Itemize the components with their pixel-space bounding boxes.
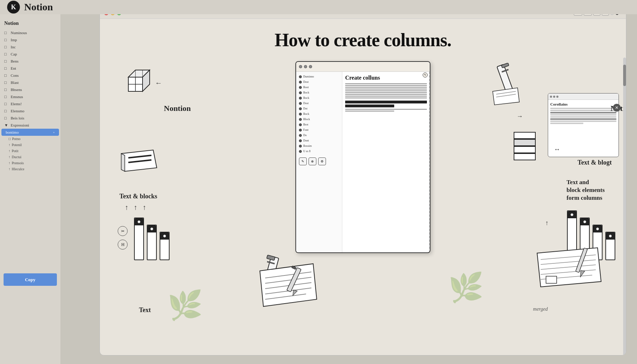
- content-line-thick-1: [345, 101, 427, 103]
- sb-line-1: [550, 108, 616, 109]
- content-line-4: [345, 89, 427, 90]
- sidebar-item-imp[interactable]: □ Imp: [0, 36, 60, 43]
- sidebar-item-blast[interactable]: □ Blast: [0, 79, 60, 86]
- sb-dot-1: [550, 96, 552, 98]
- content-line-2: [345, 85, 427, 86]
- content-line-10: [345, 109, 427, 110]
- browser-bottom-icon-3[interactable]: ⚙: [318, 157, 326, 165]
- browser-sidebar-item-3: Boot: [296, 85, 342, 90]
- browser-sidebar-item-11: Font: [296, 127, 342, 133]
- sidebar-dot: [299, 129, 302, 132]
- svg-rect-25: [501, 63, 509, 68]
- browser-bottom-icon-2[interactable]: ⊕: [309, 157, 316, 165]
- browser-sidebar-item-14: Bossim: [296, 143, 342, 149]
- page-icon: □: [4, 87, 9, 92]
- content-line-9: [345, 97, 427, 98]
- leaf-decoration-right: 🌿: [448, 271, 484, 304]
- browser-body: Duminno Dost Boot Bock: [296, 72, 430, 252]
- dashed-divider: [429, 72, 430, 252]
- sidebar-sub-potno[interactable]: □ Potno: [0, 136, 60, 142]
- col-bar-dot-r4: [609, 235, 612, 237]
- browser-sidebar-item-15: U es 8: [296, 149, 342, 154]
- scrollbar[interactable]: [623, 58, 626, 355]
- col-bar-3: [160, 232, 170, 260]
- arrow-up-right: ↑: [545, 219, 548, 227]
- logo-area: K Notion: [7, 1, 53, 14]
- merged-label: merged: [533, 306, 548, 312]
- notebook-bottom-right: [534, 246, 605, 294]
- small-browser-body: Corollains: [548, 100, 619, 127]
- browser-sidebar: Duminno Dost Boot Bock: [296, 72, 342, 252]
- notion-logo-icon: K: [7, 1, 20, 14]
- main-content: 👁 tcni doc oc oo How to create columns. …: [100, 7, 626, 355]
- col-bar-dot-1: [138, 220, 140, 223]
- text-label: Text: [139, 306, 151, 314]
- sidebar-dot: [299, 107, 302, 110]
- sidebar-sub-prensois[interactable]: ↑ Prensois: [0, 160, 60, 166]
- sidebar-item-active[interactable]: bontimo +: [1, 129, 59, 136]
- col-bar-dot-r3: [596, 228, 599, 230]
- sidebar-dot: [299, 118, 302, 121]
- page-icon: ↑: [9, 167, 10, 171]
- close-button[interactable]: ✕: [613, 104, 621, 112]
- sidebar-item-cap[interactable]: □ Cap: [0, 50, 60, 58]
- svg-rect-31: [514, 139, 535, 146]
- sidebar-header: Notion: [0, 18, 60, 29]
- sidebar-sub-ductui[interactable]: ↑ Ductui: [0, 154, 60, 160]
- sidebar-item-beislois[interactable]: □ Beis lois: [0, 114, 60, 122]
- top-bar: K Notion: [0, 0, 637, 14]
- page-title-area: How to create columns.: [100, 19, 626, 58]
- sidebar-dot: [299, 134, 302, 137]
- sidebar-sub-hleculce[interactable]: ↑ Hleculce: [0, 166, 60, 172]
- arrow-up-3: ↑: [143, 203, 146, 212]
- page-icon: □: [4, 38, 9, 42]
- sidebar-item-elems[interactable]: □ Elems!: [0, 100, 60, 107]
- sidebar-item-expressioni[interactable]: ▼ Expressioni: [0, 122, 60, 129]
- sb-line-4: [550, 116, 616, 118]
- content-line-8: [345, 96, 427, 97]
- page-icon: □: [4, 31, 9, 35]
- browser-main-content: Create colluns ✎: [342, 72, 430, 252]
- sidebar-dot: [299, 75, 302, 78]
- page-icon: □: [4, 59, 9, 63]
- illustration-area: 🌿 🌿 Nontion ←: [100, 58, 626, 355]
- svg-rect-40: [546, 276, 557, 283]
- arrow-left: ←: [155, 79, 162, 87]
- browser-dot-2: [304, 65, 307, 68]
- sidebar-dot: [299, 139, 302, 142]
- sidebar-item-emsnus[interactable]: □ Emsnus: [0, 93, 60, 100]
- sidebar-item-numinous[interactable]: □ Numinous: [0, 29, 60, 36]
- browser-dot-3: [309, 65, 312, 68]
- arrow-up-2: ↑: [134, 203, 137, 212]
- page-icon: ↑: [9, 149, 10, 153]
- sidebar-item-bhsens[interactable]: □ Bhsens: [0, 86, 60, 93]
- arrows-up: ↑ ↑ ↑: [125, 203, 146, 212]
- sb-dot-3: [556, 96, 558, 98]
- browser-edit-icon[interactable]: ✎: [423, 73, 428, 77]
- sidebar-item-elensmo[interactable]: □ Elensmo: [0, 107, 60, 114]
- circle-button-1[interactable]: ✂: [118, 226, 128, 236]
- leaf-decoration-left: 🌿: [167, 289, 203, 322]
- sidebar-sub-potenil[interactable]: ↑ Potenil: [0, 142, 60, 148]
- browser-sidebar-item-7: Dot: [296, 106, 342, 111]
- col-bar-dot-3: [163, 235, 166, 237]
- page-icon: □: [4, 73, 9, 77]
- sidebar-item-inc[interactable]: □ Inc: [0, 43, 60, 50]
- page-icon: □: [4, 95, 9, 99]
- sidebar: Notion □ Numinous □ Imp □ Inc □ Cap □ Be…: [0, 14, 60, 364]
- nontion-label: Nontion: [164, 104, 191, 113]
- content-line-5: [345, 90, 427, 91]
- browser-bottom-icon-1[interactable]: ✎: [299, 157, 307, 165]
- double-arrow-resize: ↔: [554, 146, 560, 153]
- sidebar-sub-potit[interactable]: ↑ Potit: [0, 148, 60, 154]
- browser-sidebar-item-4: Bock: [296, 90, 342, 95]
- copy-button[interactable]: Copy: [4, 273, 57, 286]
- sidebar-item-ent[interactable]: □ Ent: [0, 65, 60, 72]
- gear-icon: ↑: [9, 155, 10, 159]
- app-title: Notion: [24, 1, 53, 13]
- page-icon: □: [4, 102, 9, 106]
- sidebar-item-cons[interactable]: □ Cons: [0, 72, 60, 79]
- sidebar-item-bens[interactable]: □ Bens: [0, 58, 60, 65]
- circle-button-2[interactable]: ℍ: [118, 240, 128, 250]
- sidebar-dot: [299, 113, 302, 116]
